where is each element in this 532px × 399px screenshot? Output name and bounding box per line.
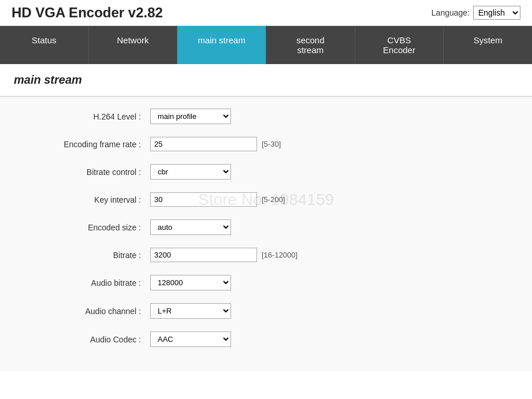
app-title: HD VGA Encoder v2.82 [12,5,163,21]
bitrate-control-control: cbr vbr [150,164,231,180]
key-interval-row: Key interval : [5-200] [23,192,509,207]
nav-item-main-stream[interactable]: main stream [177,26,266,64]
nav-item-network[interactable]: Network [89,26,178,64]
language-section: Language: English Chinese [431,6,520,20]
key-interval-control: [5-200] [150,192,285,207]
h264-level-label: H.264 Level : [23,112,150,121]
encoding-frame-rate-label: Encoding frame rate : [23,140,150,149]
audio-channel-select[interactable]: L+R Left Right [150,303,231,319]
encoded-size-row: Encoded size : auto 1920x1080 1280x720 7… [23,219,509,235]
key-interval-input[interactable] [150,192,257,207]
encoding-frame-rate-control: [5-30] [150,137,281,151]
audio-channel-control: L+R Left Right [150,303,231,319]
audio-channel-label: Audio channel : [23,307,150,316]
encoding-frame-rate-input[interactable] [150,137,257,151]
bitrate-label: Bitrate : [23,251,150,260]
nav-item-system[interactable]: System [444,26,532,64]
content: main stream H.264 Level : baseline main … [0,64,532,371]
bitrate-range: [16-12000] [262,251,297,259]
bitrate-input[interactable] [150,248,257,262]
audio-codec-control: AAC MP3 G711 [150,331,231,347]
encoded-size-control: auto 1920x1080 1280x720 720x480 640x360 [150,219,231,235]
nav-item-status[interactable]: Status [0,26,89,64]
h264-level-select[interactable]: baseline main profile high profile [150,109,231,124]
audio-bitrate-control: 32000 64000 96000 128000 192000 256000 [150,275,231,290]
audio-bitrate-row: Audio bitrate : 32000 64000 96000 128000… [23,275,509,290]
audio-bitrate-select[interactable]: 32000 64000 96000 128000 192000 256000 [150,275,231,290]
nav: Status Network main stream second stream… [0,26,532,64]
encoded-size-select[interactable]: auto 1920x1080 1280x720 720x480 640x360 [150,219,231,235]
section-header: main stream [0,64,532,97]
bitrate-row: Bitrate : [16-12000] [23,248,509,262]
header: HD VGA Encoder v2.82 Language: English C… [0,0,532,26]
language-label: Language: [431,8,470,17]
h264-level-control: baseline main profile high profile [150,109,231,124]
audio-channel-row: Audio channel : L+R Left Right [23,303,509,319]
nav-item-second-stream[interactable]: second stream [266,26,355,64]
bitrate-control-row: Bitrate control : cbr vbr [23,164,509,180]
bitrate-control-select[interactable]: cbr vbr [150,164,231,180]
language-select[interactable]: English Chinese [473,6,520,20]
encoding-frame-rate-range: [5-30] [262,140,281,148]
key-interval-range: [5-200] [262,195,285,204]
audio-codec-row: Audio Codec : AAC MP3 G711 [23,331,509,347]
nav-item-cvbs-encoder[interactable]: CVBS Encoder [355,26,444,64]
section-title: main stream [14,73,82,86]
form-area: H.264 Level : baseline main profile high… [0,97,532,371]
h264-level-row: H.264 Level : baseline main profile high… [23,109,509,124]
bitrate-control-area: [16-12000] [150,248,297,262]
audio-codec-label: Audio Codec : [23,335,150,344]
bitrate-control-label: Bitrate control : [23,167,150,177]
encoded-size-label: Encoded size : [23,223,150,232]
audio-codec-select[interactable]: AAC MP3 G711 [150,331,231,347]
encoding-frame-rate-row: Encoding frame rate : [5-30] [23,137,509,151]
audio-bitrate-label: Audio bitrate : [23,278,150,288]
key-interval-label: Key interval : [23,195,150,204]
